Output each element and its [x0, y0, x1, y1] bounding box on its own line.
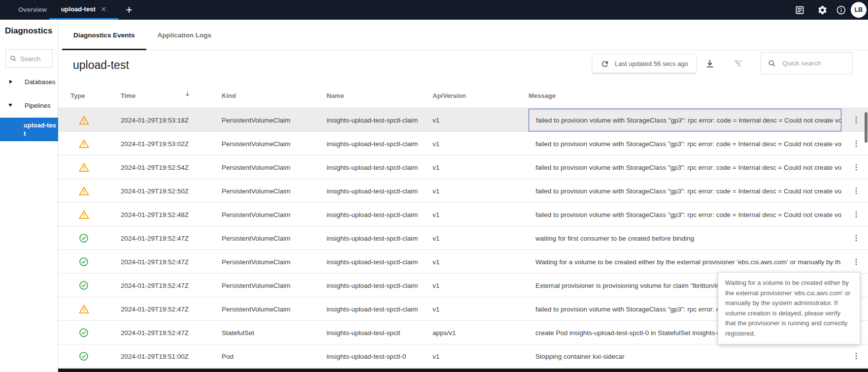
- chevron-down-icon: [8, 104, 12, 107]
- time-cell: 2024-01-29T19:53:02Z: [121, 140, 222, 148]
- message-cell[interactable]: failed to provision volume with StorageC…: [529, 180, 841, 202]
- table-row[interactable]: 2024-01-29T19:53:02ZPersistentVolumeClai…: [58, 132, 868, 155]
- name-cell: insights-upload-test-spctl-claim: [327, 258, 433, 266]
- sidebar-item-pipelines[interactable]: Pipelines: [0, 98, 58, 113]
- message-cell[interactable]: failed to provision volume with StorageC…: [529, 203, 841, 226]
- row-actions-kebab-icon[interactable]: [844, 155, 868, 179]
- apiversion-cell: v1: [433, 235, 529, 242]
- add-tab-button[interactable]: +: [121, 0, 137, 20]
- title-toolbar: upload-test Last updated 56 secs ago: [58, 50, 868, 84]
- last-updated-label: Last updated 56 secs ago: [615, 60, 688, 67]
- clear-filters-icon[interactable]: [732, 57, 744, 70]
- name-cell: insights-upload-test-spctl-claim: [327, 140, 433, 148]
- time-cell: 2024-01-29T19:52:50Z: [121, 187, 222, 195]
- sort-arrow-down-icon[interactable]: [184, 90, 191, 99]
- warning-icon: [70, 304, 121, 315]
- tab-application-logs[interactable]: Application Logs: [146, 20, 223, 50]
- row-actions-kebab-icon[interactable]: [844, 179, 868, 203]
- warning-icon: [70, 115, 121, 126]
- time-cell: 2024-01-29T19:53:18Z: [121, 117, 222, 124]
- name-cell: insights-upload-test-spctl-claim: [327, 211, 433, 218]
- message-text: failed to provision volume with StorageC…: [535, 211, 841, 218]
- row-actions-kebab-icon[interactable]: [844, 226, 868, 250]
- table-header: TypeTimeKindNameApiVersionMessage: [58, 84, 868, 108]
- column-header-time[interactable]: Time: [121, 92, 222, 99]
- message-cell[interactable]: waiting for first consumer to be created…: [529, 227, 841, 249]
- table-row[interactable]: 2024-01-29T19:52:47ZPersistentVolumeClai…: [58, 226, 868, 250]
- time-cell: 2024-01-29T19:51:00Z: [121, 353, 222, 360]
- message-cell-focused[interactable]: failed to provision volume with StorageC…: [529, 109, 841, 131]
- close-tab-icon[interactable]: ✕: [100, 5, 107, 13]
- sidebar-item-pipelines-label: Pipelines: [25, 102, 51, 109]
- kind-cell: PersistentVolumeClaim: [222, 282, 327, 289]
- time-cell: 2024-01-29T19:52:47Z: [121, 235, 222, 242]
- search-icon: [10, 55, 17, 62]
- settings-gear-icon[interactable]: [816, 3, 829, 16]
- top-app-bar: Overview upload-test ✕ + LB: [0, 0, 868, 20]
- refresh-button[interactable]: Last updated 56 secs ago: [593, 55, 696, 73]
- table-row[interactable]: 2024-01-29T19:52:47ZPersistentVolumeClai…: [58, 250, 868, 274]
- name-cell: insights-upload-test-spctl-claim: [327, 306, 433, 313]
- table-row[interactable]: 2024-01-29T19:51:00ZPodinsights-upload-t…: [58, 344, 868, 368]
- user-avatar[interactable]: LB: [851, 2, 867, 18]
- sidebar-search-box[interactable]: Search: [5, 49, 53, 68]
- name-cell: insights-upload-test-spctl-0: [327, 353, 433, 360]
- row-actions-kebab-icon[interactable]: [844, 250, 868, 274]
- table-row[interactable]: 2024-01-29T19:52:50ZPersistentVolumeClai…: [58, 179, 868, 203]
- quick-search-input[interactable]: [782, 60, 841, 67]
- success-check-icon: [70, 351, 121, 362]
- tab-upload-test[interactable]: upload-test ✕: [49, 0, 118, 20]
- name-cell: insights-upload-test-spctl-claim: [327, 187, 433, 195]
- apiversion-cell: v1: [433, 282, 529, 289]
- column-header-name[interactable]: Name: [327, 92, 433, 99]
- column-header-kind[interactable]: Kind: [222, 92, 327, 99]
- tab-diagnostics-events[interactable]: Diagnostics Events: [62, 20, 146, 50]
- sidebar-search-placeholder: Search: [20, 55, 40, 62]
- tab-overview[interactable]: Overview: [18, 0, 47, 20]
- kind-cell: PersistentVolumeClaim: [222, 117, 327, 124]
- apiversion-cell: v1: [433, 187, 529, 195]
- time-cell: 2024-01-29T19:52:47Z: [121, 306, 222, 313]
- success-check-icon: [70, 256, 121, 267]
- message-cell[interactable]: failed to provision volume with StorageC…: [529, 156, 841, 179]
- table-row[interactable]: 2024-01-29T19:52:48ZPersistentVolumeClai…: [58, 203, 868, 226]
- message-tooltip: Waiting for a volume to be created eithe…: [718, 272, 860, 344]
- message-text: failed to provision volume with StorageC…: [535, 187, 841, 195]
- apiversion-cell: v1: [433, 258, 529, 266]
- sidebar: Diagnostics Search Databases Pipelines u…: [0, 20, 58, 372]
- chevron-right-icon: [9, 80, 12, 84]
- kind-cell: PersistentVolumeClaim: [222, 140, 327, 148]
- vertical-scrollbar-thumb[interactable]: [865, 112, 868, 143]
- release-notes-icon[interactable]: [793, 3, 806, 16]
- sidebar-item-databases[interactable]: Databases: [0, 74, 58, 89]
- info-icon[interactable]: [835, 3, 847, 16]
- success-check-icon: [70, 233, 121, 244]
- message-cell[interactable]: failed to provision volume with StorageC…: [529, 132, 841, 155]
- horizontal-scrollbar[interactable]: [58, 369, 868, 372]
- message-text: waiting for first consumer to be created…: [535, 235, 694, 242]
- row-actions-kebab-icon[interactable]: [844, 203, 868, 226]
- message-cell[interactable]: Stopping container kxi-sidecar: [529, 345, 841, 368]
- name-cell: insights-upload-test-spctl-claim: [327, 282, 433, 289]
- page-title: upload-test: [73, 59, 129, 72]
- message-cell[interactable]: Waiting for a volume to be created eithe…: [529, 250, 841, 273]
- time-cell: 2024-01-29T19:52:47Z: [121, 258, 222, 266]
- apiversion-cell: apps/v1: [433, 329, 529, 337]
- sidebar-title: Diagnostics: [5, 26, 58, 36]
- column-header-message[interactable]: Message: [529, 92, 844, 99]
- time-cell: 2024-01-29T19:52:54Z: [121, 164, 222, 171]
- warning-icon: [70, 138, 121, 150]
- table-row[interactable]: 2024-01-29T19:52:54ZPersistentVolumeClai…: [58, 155, 868, 179]
- column-header-type[interactable]: Type: [70, 92, 121, 99]
- row-actions-kebab-icon[interactable]: [844, 344, 868, 368]
- kind-cell: Pod: [222, 353, 327, 360]
- sidebar-item-upload-test[interactable]: upload-test: [0, 118, 58, 141]
- kind-cell: PersistentVolumeClaim: [222, 306, 327, 313]
- download-icon[interactable]: [703, 57, 716, 70]
- column-header-apiversion[interactable]: ApiVersion: [433, 92, 529, 99]
- time-cell: 2024-01-29T19:52:47Z: [121, 282, 222, 289]
- refresh-icon: [601, 60, 609, 68]
- apiversion-cell: v1: [433, 117, 529, 124]
- table-row[interactable]: 2024-01-29T19:53:18ZPersistentVolumeClai…: [58, 108, 868, 132]
- warning-icon: [70, 186, 121, 197]
